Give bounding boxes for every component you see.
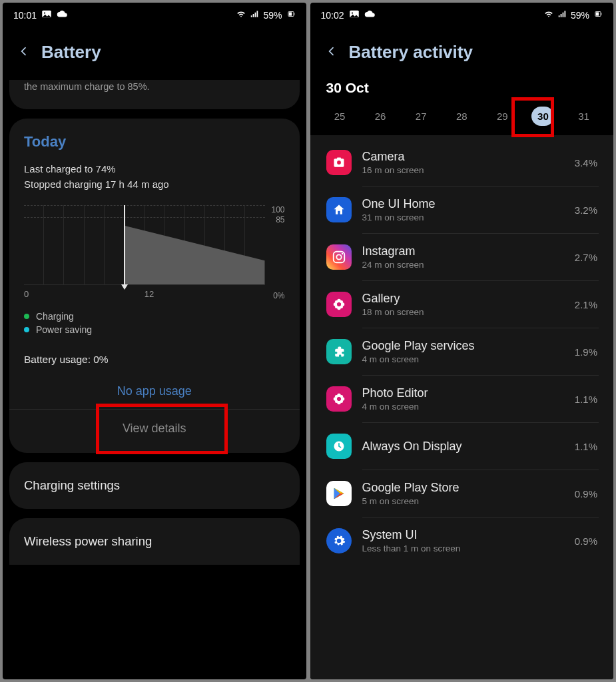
chart-x-0: 0 [24,289,145,299]
back-icon[interactable] [19,43,29,62]
cloud-icon [57,8,69,22]
charging-settings-row[interactable]: Charging settings [9,462,300,509]
date-tab-30[interactable]: 30 [531,107,554,126]
app-percent: 2.1% [575,299,597,310]
battery-pct: 59% [571,10,589,21]
signal-icon [557,9,567,21]
app-name: Camera [362,150,564,164]
svg-point-28 [334,395,338,398]
svg-point-23 [337,302,341,306]
chart-y-100: 100 [271,205,284,214]
svg-rect-10 [596,12,599,15]
dot-charging-icon [24,314,29,319]
app-percent: 1.1% [575,394,597,405]
svg-point-7 [351,12,352,13]
chart-legend: Charging Power saving [24,311,285,335]
app-row[interactable]: System UILess than 1 m on screen0.9% [310,517,614,564]
battery-chart[interactable]: 100 85 0% 0 12 [24,205,285,299]
svg-point-31 [340,400,343,403]
app-row[interactable]: Always On Display1.1% [310,423,614,470]
battery-icon [286,9,296,21]
date-tab-31[interactable]: 31 [569,105,599,127]
last-charged: Last charged to 74% [24,161,285,176]
legend-power-saving: Power saving [36,324,92,335]
camera-icon [326,150,352,175]
page-title: Battery [41,42,101,63]
date-tab-26[interactable]: 26 [365,105,396,127]
app-subtext: Less than 1 m on screen [362,543,564,553]
page-title: Battery activity [349,42,473,63]
svg-point-29 [340,395,343,398]
app-header: Battery [3,25,306,80]
app-percent: 0.9% [575,488,597,500]
back-icon[interactable] [326,43,337,62]
date-tab-29[interactable]: 29 [487,105,517,127]
app-subtext: 18 m on screen [362,307,564,317]
app-percent: 1.1% [575,441,597,452]
svg-point-19 [334,300,338,304]
view-details-button[interactable]: View details [24,410,285,438]
app-name: Photo Editor [362,386,564,400]
app-name: One UI Home [362,197,564,211]
app-row[interactable]: One UI Home31 m on screen3.2% [310,186,614,233]
svg-rect-3 [294,13,294,15]
svg-point-20 [340,300,343,304]
app-percent: 0.9% [575,535,597,547]
svg-point-1 [44,12,45,13]
app-name: Gallery [362,292,564,306]
status-bar: 10:02 59% [310,3,614,25]
app-row[interactable]: Photo Editor4 m on screen1.1% [310,376,614,422]
date-tab-25[interactable]: 25 [324,105,355,127]
charging-settings-label: Charging settings [24,478,285,493]
wifi-icon [544,9,553,21]
cloud-icon [364,8,376,22]
today-title: Today [24,133,285,151]
app-subtext: 16 m on screen [362,165,564,175]
app-name: System UI [362,528,564,542]
stopped-charging: Stopped charging 17 h 44 m ago [24,176,285,192]
app-subtext: 31 m on screen [362,212,564,222]
app-name: Instagram [362,244,564,258]
intro-text: the maximum charge to 85%. [24,80,285,95]
flower-icon [326,386,352,412]
date-tabs: 25262728293031 [310,105,614,135]
app-row[interactable]: Google Play Store5 m on screen0.9% [310,470,614,517]
battery-icon [593,9,603,21]
svg-marker-5 [125,226,265,284]
date-heading: 30 Oct [310,80,614,96]
date-tab-27[interactable]: 27 [406,105,436,127]
app-header: Battery activity [310,25,614,80]
home-icon [326,197,352,222]
app-percent: 3.2% [575,204,597,216]
svg-point-14 [341,253,342,254]
app-subtext: 4 m on screen [362,402,564,412]
svg-rect-4 [288,12,291,15]
app-subtext: 24 m on screen [362,260,564,270]
svg-point-21 [334,305,338,308]
battery-usage: Battery usage: 0% [24,354,285,366]
date-tab-28[interactable]: 28 [446,105,477,127]
app-row[interactable]: Gallery18 m on screen2.1% [310,281,614,328]
app-row[interactable]: Instagram24 m on screen2.7% [310,234,614,280]
app-subtext: 5 m on screen [362,496,564,506]
clock-icon [326,434,352,459]
status-bar: 10:01 59% [3,3,306,25]
play-icon [326,481,352,506]
wifi-icon [236,9,246,21]
svg-point-11 [337,161,341,165]
today-card: Today Last charged to 74% Stopped chargi… [9,119,300,454]
app-usage-list[interactable]: Camera16 m on screen3.4%One UI Home31 m … [310,135,614,679]
picture-icon [348,8,360,22]
flower-icon [326,292,352,317]
app-row[interactable]: Google Play services4 m on screen1.9% [310,328,614,375]
gear-icon [326,528,352,553]
app-row[interactable]: Camera16 m on screen3.4% [310,139,614,186]
signal-icon [250,9,259,21]
wireless-power-sharing-row[interactable]: Wireless power sharing [9,518,300,565]
legend-charging: Charging [36,311,74,322]
chart-x-12: 12 [145,289,265,299]
svg-point-22 [340,305,343,308]
screen-battery: 10:01 59% Battery the maximum [3,3,306,679]
chart-area-fill [24,205,265,284]
app-subtext: 4 m on screen [362,354,564,364]
